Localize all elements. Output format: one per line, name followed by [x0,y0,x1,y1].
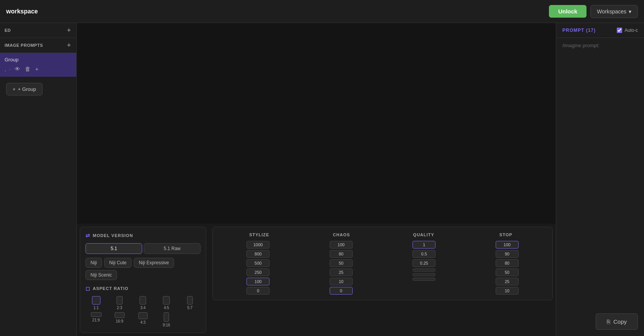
sidebar: ED + IMAGE PROMPTS + Group , · 👁 🗑 + + +… [0,23,77,336]
stylize-250[interactable]: 250 [246,268,269,276]
stylize-0[interactable]: 0 [246,287,269,295]
stop-80[interactable]: 80 [496,259,519,267]
chaos-50[interactable]: 50 [330,259,353,267]
aspect-icon-4-3 [138,312,148,319]
copy-label: Copy [613,318,627,325]
model-version-tabs: 5.1 5.1 Raw [85,243,200,254]
workspaces-label: Workspaces [597,8,626,15]
aspect-icon-4-5 [163,296,170,305]
chaos-10[interactable]: 10 [330,278,353,285]
sidebar-section-ed-label: ED [5,28,11,33]
aspect-item-3-4[interactable]: 3:4 [132,296,153,310]
chaos-25[interactable]: 25 [330,268,353,276]
main-layout: ED + IMAGE PROMPTS + Group , · 👁 🗑 + + +… [0,23,644,336]
add-group-button[interactable]: + + Group [6,83,43,96]
aspect-item-21-9[interactable]: 21:9 [85,312,107,327]
copy-icon: ⎘ [607,318,610,325]
stop-25[interactable]: 25 [496,278,519,285]
aspect-item-1-1[interactable]: 1:1 [85,296,107,310]
model-option-niji[interactable]: Niji [85,258,102,268]
aspect-label-21-9: 21:9 [92,318,100,322]
stop-50[interactable]: 50 [496,268,519,276]
stylize-1000[interactable]: 1000 [246,241,269,249]
quality-1[interactable]: 1 [412,241,435,249]
unlock-button[interactable]: Unlock [549,5,586,18]
stop-100[interactable]: 100 [496,241,519,249]
quality-empty1[interactable] [412,268,435,272]
aspect-icon-2-3 [117,296,123,305]
add-group-icon: + [13,86,16,92]
stylize-800[interactable]: 800 [246,250,269,258]
canvas-area [77,23,556,224]
auto-copy-label: Auto-c [624,28,638,33]
quality-0-25[interactable]: 0.25 [412,259,435,267]
aspect-label-4-5: 4:5 [164,306,169,310]
workspaces-button[interactable]: Workspaces ▾ [590,5,638,18]
app-title: workspace [6,8,38,15]
model-version-label: MODEL VERSION [93,233,133,238]
aspect-label-3-4: 3:4 [140,306,146,310]
quality-0-5[interactable]: 0.5 [412,250,435,258]
chaos-col: 100 80 50 25 10 0 [301,241,381,295]
sidebar-section-ed-header: ED + [0,23,76,38]
sidebar-delete-button[interactable]: 🗑 [24,65,31,73]
sidebar-section-ed: ED + [0,23,76,38]
aspect-label-5-7: 5:7 [187,306,192,310]
copy-btn-wrap: ⎘ Copy [556,307,644,336]
aspect-item-4-3[interactable]: 4:3 [132,312,153,327]
stylize-500[interactable]: 500 [246,259,269,267]
model-option-niji-cute[interactable]: Niji Cute [104,258,131,268]
model-tab-51raw[interactable]: 5.1 Raw [144,243,200,254]
sidebar-add-image-prompts-button[interactable]: + [66,42,72,49]
model-version-icon: ⇄ [85,232,90,239]
aspect-icon-21-9 [91,312,102,317]
aspect-item-5-7[interactable]: 5:7 [179,296,200,310]
aspect-icon-3-4 [140,296,146,305]
dot2: · [9,66,11,72]
chaos-0[interactable]: 0 [330,287,353,295]
sidebar-section-image-prompts-label: IMAGE PROMPTS [5,43,43,48]
model-panel: ⇄ MODEL VERSION 5.1 5.1 Raw Niji Niji Cu… [80,227,206,333]
center-area: ⇄ MODEL VERSION 5.1 5.1 Raw Niji Niji Cu… [77,23,556,336]
aspect-item-16-9[interactable]: 16:9 [109,312,130,327]
model-option-niji-expressive[interactable]: Niji Expressive [134,258,174,268]
stop-10[interactable]: 10 [496,287,519,295]
sidebar-group-label: Group [5,57,72,63]
sidebar-eye-button[interactable]: 👁 [14,65,21,73]
chaos-100[interactable]: 100 [330,241,353,249]
stylize-100[interactable]: 100 [246,278,269,285]
chaos-80[interactable]: 80 [330,250,353,258]
stylize-header: STYLIZE [218,232,301,237]
sidebar-add-ed-button[interactable]: + [66,27,72,34]
aspect-label-4-3: 4:3 [140,320,146,324]
quality-empty2[interactable] [412,273,435,276]
quality-col: 1 0.5 0.25 [384,241,464,295]
aspect-icon-16-9 [115,312,125,318]
aspect-item-9-16[interactable]: 9:16 [156,312,177,327]
aspect-panel: ◻ ASPECT RATIO 1:1 2:3 [85,285,200,327]
stop-90[interactable]: 90 [496,250,519,258]
aspect-label-9-16: 9:16 [163,323,170,327]
quality-empty3[interactable] [412,278,435,281]
auto-copy-checkbox[interactable] [617,28,622,33]
prompt-area: /imagine prompt: [556,38,644,307]
model-option-niji-scenic[interactable]: Niji Scenic [85,270,117,280]
chevron-down-icon: ▾ [629,8,631,15]
aspect-item-2-3[interactable]: 2:3 [109,296,130,310]
bottom-area: ⇄ MODEL VERSION 5.1 5.1 Raw Niji Niji Cu… [77,224,556,336]
aspect-label-2-3: 2:3 [117,306,122,310]
aspect-item-4-5[interactable]: 4:5 [156,296,177,310]
sidebar-group-item: Group , · 👁 🗑 + [0,53,76,77]
stylize-col: 1000 800 500 250 100 0 [218,241,298,295]
auto-copy-wrap: Auto-c [617,28,638,33]
model-tab-51[interactable]: 5.1 [85,243,142,254]
aspect-grid: 1:1 2:3 3:4 4:5 [85,296,200,327]
right-panel: PROMPT (17) Auto-c /imagine prompt: ⎘ Co… [556,23,644,336]
copy-button[interactable]: ⎘ Copy [596,313,638,330]
sidebar-section-image-prompts: IMAGE PROMPTS + [0,38,76,53]
sliders-panel: STYLIZE CHAOS QUALITY STOP 1000 800 500 … [212,227,553,300]
sidebar-add-item-button[interactable]: + [34,65,39,73]
aspect-icon-9-16 [164,312,169,322]
aspect-ratio-title: ◻ ASPECT RATIO [85,285,200,292]
header-left: workspace [6,8,38,15]
